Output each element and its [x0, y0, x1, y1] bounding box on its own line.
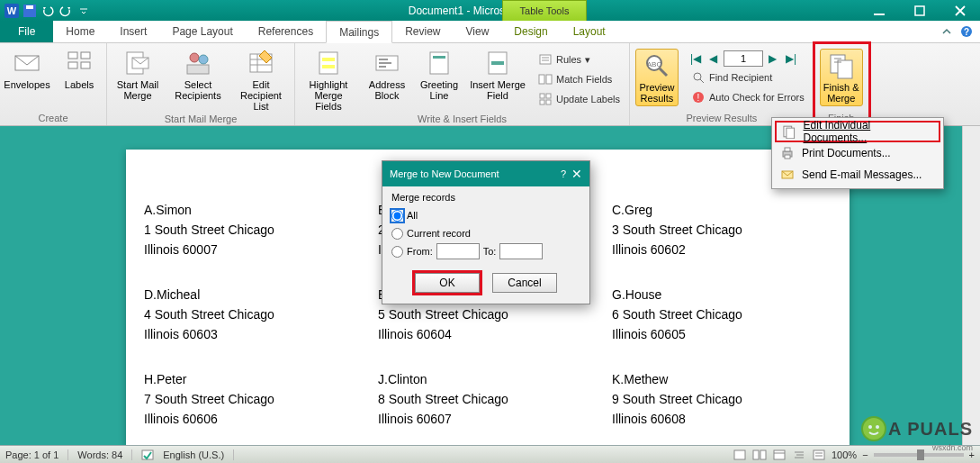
- table-cell: D.Micheal 4 South Street Chicago Illinoi…: [144, 285, 364, 344]
- svg-rect-5: [915, 6, 924, 15]
- edit-recipient-list-button[interactable]: Edit Recipient List: [233, 49, 289, 112]
- svg-text:ABC: ABC: [647, 60, 662, 68]
- record-number-input[interactable]: [724, 50, 763, 67]
- tab-mailings[interactable]: Mailings: [326, 21, 392, 43]
- first-record-icon[interactable]: |◀: [688, 50, 704, 67]
- zoom-slider[interactable]: [874, 453, 964, 457]
- close-button[interactable]: [940, 0, 980, 21]
- svg-rect-3: [26, 5, 33, 9]
- svg-point-58: [876, 425, 879, 429]
- entry-name: H.Peter: [144, 369, 364, 389]
- from-input[interactable]: [436, 243, 480, 259]
- dialog-close-icon[interactable]: ✕: [571, 167, 582, 181]
- maximize-button[interactable]: [899, 0, 940, 21]
- view-outline-icon[interactable]: [792, 449, 806, 461]
- svg-rect-30: [540, 55, 551, 64]
- radio-all[interactable]: [391, 210, 403, 222]
- cancel-button[interactable]: Cancel: [492, 273, 557, 293]
- insert-merge-field-button[interactable]: Insert Merge Field: [470, 49, 526, 101]
- view-draft-icon[interactable]: [812, 449, 826, 461]
- to-input[interactable]: [499, 243, 543, 259]
- svg-rect-48: [785, 155, 790, 159]
- tab-view[interactable]: View: [454, 21, 502, 42]
- next-record-icon[interactable]: ▶: [765, 50, 781, 67]
- tab-references[interactable]: References: [246, 21, 326, 42]
- svg-point-16: [199, 55, 208, 64]
- entry-zip: Illinois 60607: [378, 409, 598, 429]
- status-words[interactable]: Words: 84: [77, 449, 132, 460]
- finish-merge-button[interactable]: Finish & Merge: [820, 49, 863, 106]
- dialog-titlebar: Merge to New Document ? ✕: [382, 161, 589, 186]
- help-icon[interactable]: ?: [960, 25, 973, 38]
- qat-dropdown-icon[interactable]: [76, 3, 92, 19]
- undo-icon[interactable]: [40, 3, 56, 19]
- menu-send-email[interactable]: Send E-mail Messages...: [775, 164, 940, 186]
- status-bar: Page: 1 of 1 Words: 84 English (U.S.) 10…: [0, 445, 980, 463]
- svg-rect-54: [774, 450, 785, 459]
- address-block-button[interactable]: Address Block: [365, 49, 409, 101]
- entry-name: C.Greg: [612, 200, 832, 220]
- rules-button[interactable]: Rules ▾: [535, 50, 624, 68]
- title-bar: W Document1 - Microsoft Word: [0, 0, 980, 21]
- greeting-line-button[interactable]: Greeting Line: [418, 49, 461, 101]
- redo-icon[interactable]: [58, 3, 74, 19]
- tab-file[interactable]: File: [0, 21, 53, 42]
- last-record-icon[interactable]: ▶|: [783, 50, 799, 67]
- select-recipients-label: Select Recipients: [175, 79, 220, 101]
- highlight-merge-fields-button[interactable]: Highlight Merge Fields: [301, 49, 356, 112]
- tab-review[interactable]: Review: [392, 21, 453, 42]
- rules-label: Rules: [556, 54, 581, 65]
- auto-check-errors-button[interactable]: !Auto Check for Errors: [688, 88, 808, 106]
- view-print-layout-icon[interactable]: [733, 449, 747, 461]
- update-labels-button[interactable]: Update Labels: [535, 90, 624, 108]
- table-cell: J.Clinton 8 South Street Chicago Illinoi…: [378, 369, 598, 429]
- tab-insert[interactable]: Insert: [107, 21, 159, 42]
- status-language[interactable]: English (U.S.): [163, 449, 234, 460]
- match-fields-button[interactable]: Match Fields: [535, 70, 624, 88]
- table-column-3: C.Greg 3 South Street Chicago Illinois 6…: [612, 200, 832, 449]
- svg-rect-55: [814, 450, 824, 459]
- view-web-layout-icon[interactable]: [772, 449, 787, 461]
- window-controls: [859, 0, 980, 21]
- tab-home[interactable]: Home: [53, 21, 107, 42]
- proofing-icon[interactable]: [141, 449, 154, 461]
- svg-rect-43: [838, 60, 852, 78]
- minimize-button[interactable]: [859, 0, 899, 21]
- svg-rect-4: [874, 14, 885, 15]
- select-recipients-button[interactable]: Select Recipients: [172, 49, 224, 101]
- auto-check-label: Auto Check for Errors: [709, 92, 805, 103]
- view-full-screen-icon[interactable]: [752, 449, 767, 461]
- zoom-out-button[interactable]: −: [862, 449, 868, 460]
- start-mail-merge-button[interactable]: Start Mail Merge: [112, 49, 163, 101]
- minimize-ribbon-icon[interactable]: [940, 25, 953, 38]
- radio-from[interactable]: [391, 246, 403, 258]
- status-zoom[interactable]: 100%: [832, 449, 857, 460]
- start-mail-merge-label: Start Mail Merge: [117, 79, 158, 101]
- tab-page-layout[interactable]: Page Layout: [159, 21, 245, 42]
- to-label: To:: [483, 246, 497, 257]
- status-page[interactable]: Page: 1 of 1: [5, 449, 68, 460]
- vertical-scrollbar[interactable]: [962, 126, 980, 445]
- save-icon[interactable]: [22, 3, 38, 19]
- envelopes-button[interactable]: Envelopes: [5, 49, 49, 90]
- tab-design[interactable]: Design: [501, 21, 560, 42]
- entry-name: D.Micheal: [144, 285, 364, 304]
- tab-layout[interactable]: Layout: [561, 21, 618, 42]
- entry-zip: Illinois 60605: [612, 324, 832, 344]
- labels-button[interactable]: Labels: [58, 49, 101, 90]
- table-cell: G.House 6 South Street Chicago Illinois …: [612, 285, 832, 344]
- find-recipient-label: Find Recipient: [709, 72, 772, 83]
- svg-rect-10: [81, 52, 90, 59]
- svg-rect-20: [322, 58, 335, 61]
- entry-addr: 7 South Street Chicago: [144, 389, 364, 409]
- svg-rect-45: [787, 128, 795, 139]
- find-recipient-button[interactable]: Find Recipient: [688, 68, 808, 86]
- svg-rect-32: [546, 75, 552, 84]
- radio-current[interactable]: [391, 228, 403, 240]
- menu-print-documents[interactable]: Print Documents...: [775, 142, 940, 164]
- preview-results-button[interactable]: ABC Preview Results: [635, 49, 679, 106]
- menu-edit-individual-documents[interactable]: Edit Individual Documents...: [775, 121, 940, 142]
- ok-button[interactable]: OK: [415, 273, 480, 293]
- prev-record-icon[interactable]: ◀: [706, 50, 722, 67]
- dialog-help-icon[interactable]: ?: [561, 168, 566, 179]
